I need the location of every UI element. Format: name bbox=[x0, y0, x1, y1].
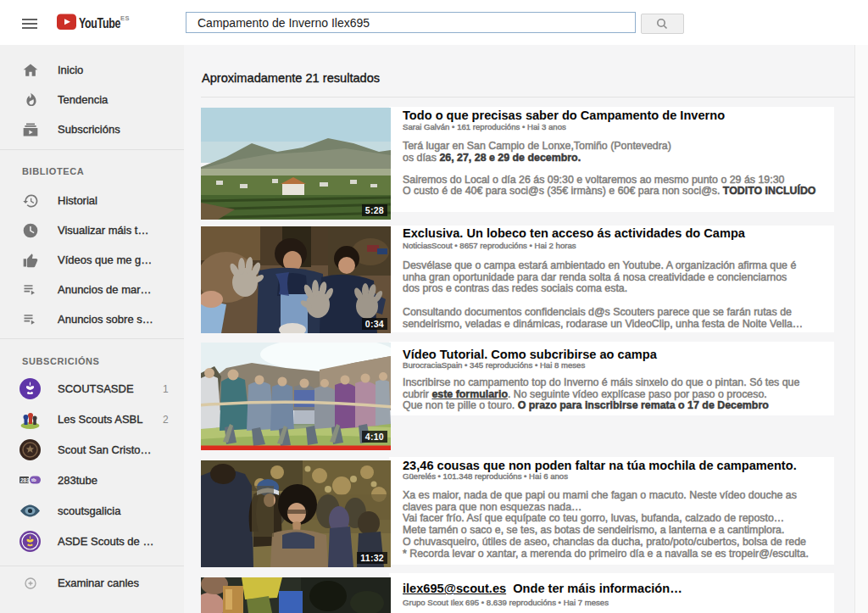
svg-text:283: 283 bbox=[20, 477, 30, 483]
svg-text:tb: tb bbox=[31, 477, 36, 482]
